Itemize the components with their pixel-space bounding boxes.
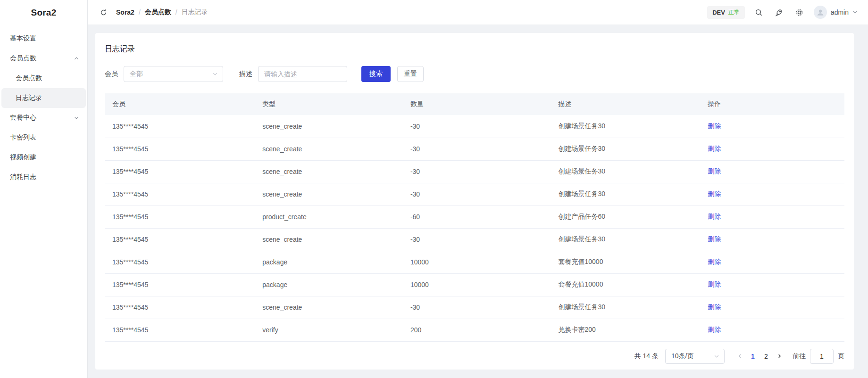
cell-member: 135****4545 — [105, 183, 255, 205]
cell-desc: 创建场景任务30 — [551, 296, 700, 319]
page-number-2[interactable]: 2 — [760, 349, 773, 364]
breadcrumb-current: 日志记录 — [182, 8, 208, 16]
sidebar-item-label: 会员点数 — [16, 74, 79, 82]
cell-action: 删除 — [700, 183, 844, 205]
env-status: 正常 — [728, 8, 740, 16]
cell-member: 135****4545 — [105, 296, 255, 319]
col-action: 操作 — [700, 93, 844, 115]
log-card: 日志记录 会员 全部 描述 搜索 重置 会员 类型 数量 描述 — [95, 33, 854, 370]
next-page-button[interactable] — [773, 349, 786, 364]
delete-link[interactable]: 删除 — [708, 167, 721, 175]
cell-type: package — [255, 251, 403, 273]
goto-page-input[interactable] — [810, 349, 834, 364]
cell-amount: -30 — [403, 228, 551, 251]
user-menu[interactable]: admin — [814, 6, 858, 19]
cell-desc: 兑换卡密200 — [551, 319, 700, 341]
user-name: admin — [831, 8, 849, 16]
cell-desc: 创建产品任务60 — [551, 205, 700, 228]
gear-icon[interactable] — [793, 6, 806, 18]
table-row: 135****4545 scene_create -30 创建场景任务30 删除 — [105, 228, 844, 251]
cell-amount: 10000 — [403, 251, 551, 273]
goto-label: 前往 — [793, 352, 806, 361]
page-number-1[interactable]: 1 — [746, 349, 760, 364]
chevron-down-icon — [714, 353, 719, 359]
sidebar-item-卡密列表[interactable]: 卡密列表 — [1, 128, 86, 148]
breadcrumb-root[interactable]: Sora2 — [116, 8, 134, 16]
goto-page: 前往 页 — [793, 349, 844, 364]
page-size-select[interactable]: 10条/页 — [665, 349, 725, 364]
cell-desc: 创建场景任务30 — [551, 228, 700, 251]
sidebar-item-视频创建[interactable]: 视频创建 — [1, 148, 86, 167]
delete-link[interactable]: 删除 — [708, 258, 721, 265]
topbar: Sora2 / 会员点数 / 日志记录 DEV 正常 admin — [88, 0, 868, 25]
delete-link[interactable]: 删除 — [708, 235, 721, 243]
search-button[interactable]: 搜索 — [361, 66, 391, 82]
col-type: 类型 — [255, 93, 403, 115]
cell-action: 删除 — [700, 115, 844, 138]
sidebar-item-会员点数[interactable]: 会员点数 — [1, 49, 86, 68]
pagination: 共 14 条 10条/页 1 2 前往 页 — [105, 349, 844, 364]
cell-type: product_create — [255, 205, 403, 228]
sidebar-item-label: 卡密列表 — [10, 133, 79, 142]
sidebar-item-label: 套餐中心 — [10, 114, 74, 122]
cell-amount: 200 — [403, 319, 551, 341]
filter-bar: 会员 全部 描述 搜索 重置 — [105, 66, 844, 82]
page-title: 日志记录 — [105, 42, 844, 54]
sidebar-item-日志记录[interactable]: 日志记录 — [1, 88, 86, 108]
cell-action: 删除 — [700, 160, 844, 183]
cell-desc: 创建场景任务30 — [551, 160, 700, 183]
sidebar-item-套餐中心[interactable]: 套餐中心 — [1, 108, 86, 128]
sidebar-item-基本设置[interactable]: 基本设置 — [1, 29, 86, 49]
sidebar-menu: 基本设置 会员点数 会员点数 日志记录 套餐中心 卡密列表 视频创建 消耗日志 — [0, 25, 87, 187]
delete-link[interactable]: 删除 — [708, 213, 721, 220]
cell-amount: 10000 — [403, 273, 551, 296]
reset-button[interactable]: 重置 — [397, 66, 424, 82]
cell-desc: 创建场景任务30 — [551, 138, 700, 160]
table-row: 135****4545 package 10000 套餐充值10000 删除 — [105, 251, 844, 273]
chevron-down-icon — [212, 71, 218, 77]
env-name: DEV — [712, 9, 725, 16]
table-row: 135****4545 verify 200 兑换卡密200 删除 — [105, 319, 844, 341]
cell-amount: -30 — [403, 115, 551, 138]
refresh-icon[interactable] — [97, 6, 109, 18]
cell-type: scene_create — [255, 138, 403, 160]
cell-action: 删除 — [700, 138, 844, 160]
breadcrumb-separator: / — [175, 8, 177, 16]
sidebar-item-label: 视频创建 — [10, 153, 79, 162]
cell-type: scene_create — [255, 296, 403, 319]
delete-link[interactable]: 删除 — [708, 122, 721, 130]
cell-action: 删除 — [700, 319, 844, 341]
delete-link[interactable]: 删除 — [708, 303, 721, 311]
sidebar-item-消耗日志[interactable]: 消耗日志 — [1, 167, 86, 187]
delete-link[interactable]: 删除 — [708, 326, 721, 333]
breadcrumb-section[interactable]: 会员点数 — [145, 8, 171, 16]
cell-member: 135****4545 — [105, 251, 255, 273]
delete-link[interactable]: 删除 — [708, 190, 721, 197]
cell-desc: 套餐充值10000 — [551, 273, 700, 296]
prev-page-button[interactable] — [733, 349, 746, 364]
member-select-value: 全部 — [130, 70, 212, 78]
col-desc: 描述 — [551, 93, 700, 115]
col-member: 会员 — [105, 93, 255, 115]
sidebar: Sora2 基本设置 会员点数 会员点数 日志记录 套餐中心 卡密列表 视频创建… — [0, 0, 88, 378]
cell-action: 删除 — [700, 205, 844, 228]
app-logo: Sora2 — [0, 0, 87, 25]
chevron-down-icon — [852, 8, 858, 16]
delete-link[interactable]: 删除 — [708, 280, 721, 288]
content-area: 日志记录 会员 全部 描述 搜索 重置 会员 类型 数量 描述 — [88, 25, 868, 378]
breadcrumb-separator: / — [139, 8, 141, 16]
cell-amount: -30 — [403, 296, 551, 319]
cell-member: 135****4545 — [105, 205, 255, 228]
cell-amount: -30 — [403, 160, 551, 183]
table-row: 135****4545 scene_create -30 创建场景任务30 删除 — [105, 138, 844, 160]
cell-desc: 创建场景任务30 — [551, 115, 700, 138]
rocket-icon[interactable] — [773, 6, 785, 18]
delete-link[interactable]: 删除 — [708, 145, 721, 152]
cell-member: 135****4545 — [105, 138, 255, 160]
search-icon[interactable] — [753, 6, 765, 18]
cell-amount: -30 — [403, 183, 551, 205]
member-select[interactable]: 全部 — [124, 66, 223, 82]
desc-input[interactable] — [258, 66, 347, 82]
sidebar-item-会员点数[interactable]: 会员点数 — [1, 68, 86, 88]
log-table: 会员 类型 数量 描述 操作 135****4545 scene_create … — [105, 93, 844, 342]
